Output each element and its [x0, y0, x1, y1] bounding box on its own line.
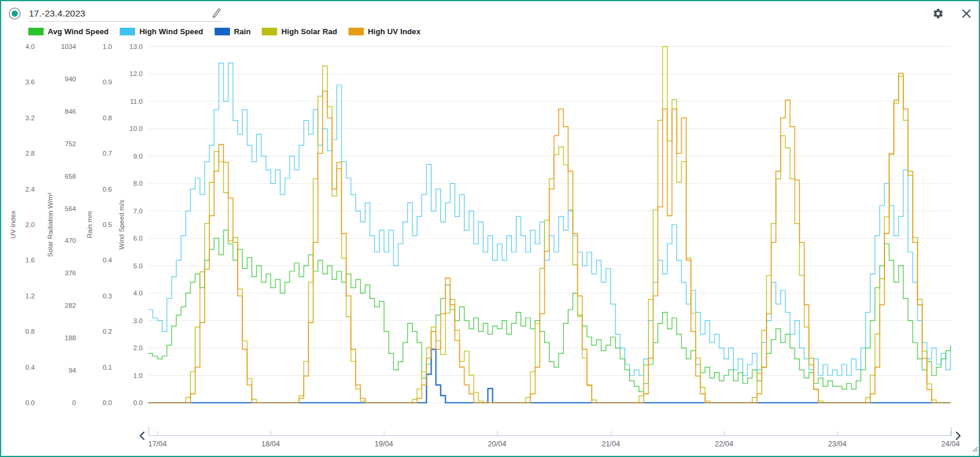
x-axis-date-label: 22/04: [705, 440, 743, 448]
legend-swatch: [28, 28, 44, 35]
solar-axis-title: Solar Radiation W/m²: [47, 47, 55, 403]
x-axis-day-tick: [724, 431, 725, 435]
legend-label: High Wind Speed: [139, 27, 203, 36]
x-axis-day-tick: [837, 431, 838, 435]
x-axis-date-label: 18/04: [252, 440, 290, 448]
x-axis-left-bracket: [149, 427, 149, 436]
legend-swatch: [120, 28, 135, 35]
solar-tick-label: 1034: [50, 42, 76, 51]
uv-tick-label: 1.6: [9, 256, 35, 264]
solar-tick-label: 188: [50, 334, 76, 342]
uv-tick-label: 0.4: [9, 363, 35, 371]
x-axis-day-tick: [951, 431, 951, 435]
solar-tick-label: 846: [50, 107, 76, 116]
x-axis-day-tick: [384, 431, 384, 435]
x-axis-date-label: 24/04: [932, 440, 969, 448]
legend: Avg Wind SpeedHigh Wind SpeedRainHigh So…: [28, 27, 420, 36]
x-axis-right-bracket: [951, 427, 952, 436]
legend-item-0[interactable]: Avg Wind Speed: [28, 27, 108, 36]
legend-label: High Solar Rad: [281, 27, 337, 36]
settings-gear-icon[interactable]: [932, 8, 944, 19]
uv-tick-label: 1.2: [9, 292, 35, 300]
wind-tick-label: 13.0: [117, 42, 143, 51]
wind-tick-label: 2.0: [117, 344, 143, 352]
x-axis-day-tick: [271, 431, 271, 435]
rain-tick-label: 0.8: [86, 114, 112, 122]
rain-tick-label: 0.2: [86, 327, 112, 336]
wind-tick-label: 1.0: [117, 371, 143, 380]
x-axis-line: [149, 435, 952, 436]
weather-chart-window: Avg Wind SpeedHigh Wind SpeedRainHigh So…: [0, 0, 980, 457]
edit-pencil-icon[interactable]: [211, 8, 222, 18]
record-radio-button[interactable]: [8, 7, 21, 20]
uv-tick-label: 0.8: [9, 327, 35, 336]
legend-swatch: [262, 28, 277, 35]
uv-tick-label: 3.2: [9, 114, 35, 122]
wind-tick-label: 0.0: [117, 399, 143, 407]
solar-tick-label: 376: [50, 269, 76, 277]
x-axis-day-tick: [497, 431, 498, 435]
uv-tick-label: 2.8: [9, 149, 35, 157]
wind-tick-label: 7.0: [117, 207, 143, 215]
x-axis-day-tick: [157, 431, 158, 435]
legend-item-3[interactable]: High Solar Rad: [262, 27, 337, 36]
legend-swatch: [348, 28, 364, 35]
rain-tick-label: 0.1: [86, 363, 112, 371]
uv-tick-label: 4.0: [9, 42, 35, 51]
rain-tick-label: 0.9: [86, 78, 112, 86]
close-icon[interactable]: [962, 9, 971, 18]
wind-tick-label: 10.0: [117, 124, 143, 133]
solar-tick-label: 940: [50, 75, 76, 83]
uv-tick-label: 2.4: [9, 185, 35, 193]
legend-label: High UV Index: [368, 27, 420, 36]
x-axis-date-label: 19/04: [365, 440, 403, 448]
rain-tick-label: 0.6: [86, 185, 112, 193]
scroll-left-chevron-icon[interactable]: [139, 431, 146, 440]
uv-tick-label: 3.6: [9, 78, 35, 86]
wind-tick-label: 9.0: [117, 152, 143, 160]
scroll-right-chevron-icon[interactable]: [955, 431, 962, 440]
resize-handle-icon[interactable]: [971, 445, 978, 452]
rain-tick-label: 0.7: [86, 149, 112, 157]
date-range-input[interactable]: [29, 6, 222, 22]
rain-tick-label: 1.0: [86, 42, 112, 51]
rain-tick-label: 0.0: [86, 399, 112, 407]
uv-tick-label: 0.0: [9, 399, 35, 407]
wind-tick-label: 4.0: [117, 289, 143, 297]
uv-tick-label: 2.0: [9, 221, 35, 229]
wind-tick-label: 8.0: [117, 179, 143, 188]
chart-plot-area[interactable]: [1, 1, 980, 457]
rain-tick-label: 0.3: [86, 292, 112, 300]
legend-label: Rain: [234, 27, 251, 36]
x-axis-date-label: 23/04: [818, 440, 856, 448]
legend-item-2[interactable]: Rain: [215, 27, 251, 36]
wind-tick-label: 6.0: [117, 234, 143, 242]
rain-tick-label: 0.5: [86, 221, 112, 229]
solar-tick-label: 282: [50, 301, 76, 310]
x-axis-date-label: 17/04: [139, 440, 176, 448]
x-axis-day-tick: [611, 431, 611, 435]
wind-tick-label: 11.0: [117, 97, 143, 106]
solar-tick-label: 564: [50, 205, 76, 213]
wind-tick-label: 12.0: [117, 70, 143, 78]
rain-tick-label: 0.4: [86, 256, 112, 264]
wind-tick-label: 5.0: [117, 262, 143, 270]
legend-item-4[interactable]: High UV Index: [348, 27, 420, 36]
solar-tick-label: 658: [50, 172, 76, 180]
legend-swatch: [215, 28, 230, 35]
wind-tick-label: 3.0: [117, 317, 143, 325]
x-axis-date-label: 21/04: [592, 440, 630, 448]
solar-tick-label: 94: [50, 366, 76, 374]
solar-tick-label: 0: [50, 399, 76, 407]
legend-item-1[interactable]: High Wind Speed: [120, 27, 203, 36]
solar-tick-label: 470: [50, 236, 76, 245]
legend-label: Avg Wind Speed: [48, 27, 108, 36]
x-axis-date-label: 20/04: [478, 440, 516, 448]
solar-tick-label: 752: [50, 140, 76, 148]
